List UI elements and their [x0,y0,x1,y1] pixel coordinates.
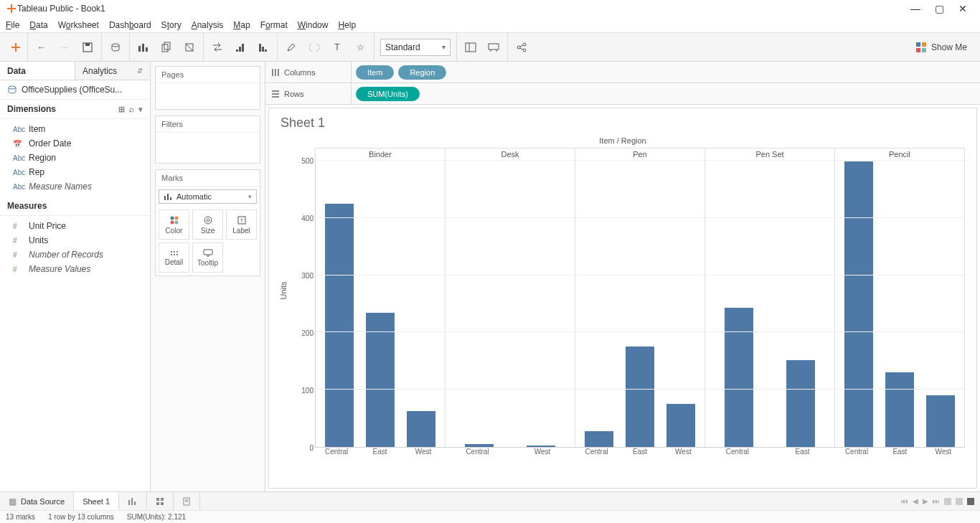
svg-rect-4 [142,44,144,52]
group-button[interactable] [306,39,322,55]
svg-rect-48 [204,250,212,255]
datasource-item[interactable]: OfficeSupplies (OfficeSu... [0,80,150,100]
field-order-date[interactable]: 📅Order Date [0,136,150,151]
menu-format[interactable]: Format [260,20,288,30]
presentation-button[interactable] [486,39,501,55]
columns-shelf[interactable]: Columns Item Region [265,62,980,83]
bar[interactable] [926,395,955,447]
bar[interactable] [725,308,753,447]
mark-tooltip[interactable]: Tooltip [192,242,223,273]
new-dashboard-tab[interactable] [147,492,174,510]
menu-icon[interactable]: ▾ [138,105,143,114]
svg-line-25 [520,48,523,50]
field-region[interactable]: AbcRegion [0,151,150,165]
menu-story[interactable]: Story [161,20,182,30]
last-tab-button[interactable]: ⏭ [933,497,940,505]
tab-view3[interactable] [967,498,974,505]
show-me-button[interactable]: Show Me [915,42,976,53]
field-unit-price[interactable]: #Unit Price [0,219,150,233]
prev-tab-button[interactable]: ◀ [913,497,918,505]
duplicate-button[interactable] [159,39,174,55]
save-button[interactable] [80,39,95,55]
bar[interactable] [366,313,395,447]
filters-card[interactable]: Filters [155,116,260,164]
redo-button[interactable]: → [57,39,72,55]
clear-button[interactable] [182,39,197,55]
tab-analytics[interactable]: Analytics⇵ [75,62,150,80]
sort-asc-button[interactable] [232,39,248,55]
x-label: West [528,448,557,456]
new-datasource-button[interactable] [108,39,123,55]
rows-shelf[interactable]: Rows SUM(Units) [265,83,980,105]
first-tab-button[interactable]: ⏮ [901,497,908,505]
show-me-icon [915,42,927,53]
menu-map[interactable]: Map [233,20,250,30]
new-worksheet-button[interactable] [136,39,151,55]
bar[interactable] [465,444,494,447]
svg-rect-57 [134,501,136,505]
highlight-button[interactable] [283,39,299,55]
menu-dashboard[interactable]: Dashboard [109,20,151,30]
tab-view1[interactable] [944,498,951,505]
undo-button[interactable]: ← [34,39,50,55]
pill-region[interactable]: Region [398,65,446,80]
tab-datasource[interactable]: ▦Data Source [0,492,74,510]
menu-file[interactable]: File [6,20,19,30]
bar[interactable] [626,347,654,447]
new-worksheet-tab[interactable] [119,492,147,510]
field-measure-values[interactable]: #Measure Values [0,262,150,276]
bar[interactable] [407,411,435,447]
maximize-button[interactable]: ▢ [935,3,944,14]
bar[interactable] [325,204,354,447]
bar[interactable] [844,161,873,447]
labels-button[interactable]: T [329,39,345,55]
mark-detail[interactable]: Detail [159,242,189,273]
bar[interactable] [786,360,815,447]
mark-color[interactable]: Color [159,209,189,240]
pill-sum-units[interactable]: SUM(Units) [356,87,420,101]
minimize-button[interactable]: — [910,3,920,14]
new-story-tab[interactable] [174,492,200,510]
search-icon[interactable]: ⌕ [129,105,134,114]
x-label: East [366,448,395,456]
menu-worksheet[interactable]: Worksheet [58,20,99,30]
field-item[interactable]: AbcItem [0,122,150,136]
close-button[interactable]: ✕ [958,3,967,14]
mark-size[interactable]: Size [192,209,223,240]
sheet-title: Sheet 1 [281,116,965,131]
field-number-of-records[interactable]: #Number of Records [0,248,150,262]
bar[interactable] [527,446,555,447]
mark-label[interactable]: TLabel [226,209,257,240]
menu-window[interactable]: Window [298,20,329,30]
svg-point-45 [171,254,172,255]
menu-analysis[interactable]: Analysis [192,20,224,30]
calendar-icon: 📅 [13,140,22,148]
share-button[interactable] [514,39,529,55]
marks-type-select[interactable]: Automatic ▾ [159,189,257,204]
swap-button[interactable] [209,39,225,55]
menu-help[interactable]: Help [338,20,356,30]
status-dims: 1 row by 13 columns [48,513,114,521]
tab-view2[interactable] [956,498,963,505]
start-page-icon[interactable] [10,42,22,53]
sort-desc-button[interactable] [255,39,271,55]
sheet-view[interactable]: Sheet 1 Item / Region BinderDeskPenPen S… [268,108,977,489]
bar[interactable] [666,404,695,447]
bar[interactable] [585,431,613,447]
bar[interactable] [885,372,914,447]
tab-data[interactable]: Data [0,62,75,80]
pill-item[interactable]: Item [356,65,394,80]
svg-rect-14 [262,47,264,52]
pin-button[interactable]: ☆ [352,39,368,55]
next-tab-button[interactable]: ▶ [923,497,928,505]
fit-select[interactable]: Standard ▾ [380,39,451,56]
field-units[interactable]: #Units [0,233,150,248]
field-rep[interactable]: AbcRep [0,165,150,179]
show-cards-button[interactable] [463,39,479,55]
pages-card[interactable]: Pages [155,66,260,110]
color-icon [169,215,179,225]
menu-data[interactable]: Data [29,20,47,30]
view-icon[interactable]: ⊞ [118,105,125,114]
tab-sheet1[interactable]: Sheet 1 [74,492,119,510]
field-measure-names[interactable]: AbcMeasure Names [0,179,150,194]
